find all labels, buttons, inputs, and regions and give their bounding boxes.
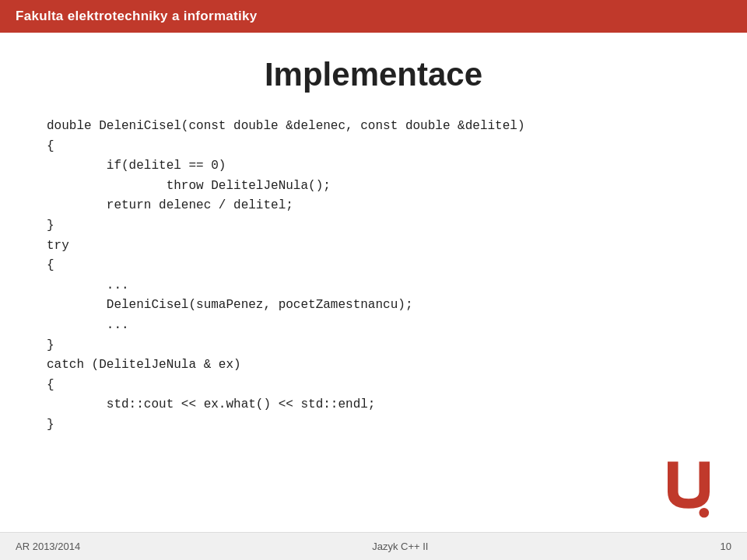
footer-left: AR 2013/2014 bbox=[16, 541, 80, 552]
main-content: Implementace double DeleniCisel(const do… bbox=[0, 33, 747, 532]
header-title: Fakulta elektrotechniky a informatiky bbox=[16, 9, 258, 24]
footer-bar: AR 2013/2014 Jazyk C++ II 10 bbox=[0, 532, 747, 560]
u-logo bbox=[654, 451, 724, 521]
code-block: double DeleniCisel(const double &delenec… bbox=[47, 117, 700, 436]
svg-point-0 bbox=[700, 508, 710, 518]
header-bar: Fakulta elektrotechniky a informatiky bbox=[0, 0, 747, 33]
slide-title: Implementace bbox=[47, 56, 700, 93]
footer-center: Jazyk C++ II bbox=[372, 541, 428, 552]
footer-right: 10 bbox=[721, 541, 731, 552]
